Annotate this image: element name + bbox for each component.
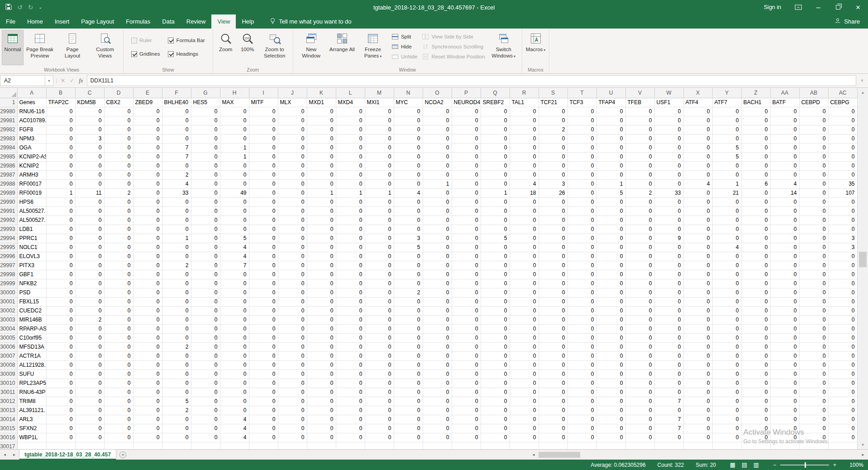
data-cell[interactable]: 0 xyxy=(741,379,770,388)
data-cell[interactable]: 0 xyxy=(712,315,741,324)
column-header-W[interactable]: W xyxy=(654,88,683,98)
data-cell[interactable]: 0 xyxy=(510,415,539,424)
header-cell[interactable]: TFAP4 xyxy=(596,98,625,107)
data-cell[interactable]: 0 xyxy=(162,424,191,433)
data-cell[interactable]: 0 xyxy=(452,424,481,433)
data-cell[interactable]: 0 xyxy=(423,197,452,206)
data-cell[interactable]: 0 xyxy=(307,252,336,261)
header-cell[interactable]: TCF3 xyxy=(568,98,596,107)
tell-me-box[interactable]: Tell me what you want to do xyxy=(270,14,351,29)
data-cell[interactable] xyxy=(191,442,220,449)
data-cell[interactable]: 0 xyxy=(828,406,857,415)
macros-button[interactable]: Macros▾ xyxy=(524,30,548,65)
data-cell[interactable]: 3 xyxy=(394,234,423,243)
data-cell[interactable]: 0 xyxy=(133,424,162,433)
data-cell[interactable]: 0 xyxy=(770,333,799,342)
data-cell[interactable]: 3 xyxy=(75,134,104,143)
data-cell[interactable]: 0 xyxy=(741,116,770,125)
data-cell[interactable]: 0 xyxy=(394,315,423,324)
data-cell[interactable]: 0 xyxy=(596,252,625,261)
data-cell[interactable]: 0 xyxy=(828,315,857,324)
data-cell[interactable]: 0 xyxy=(770,315,799,324)
gene-cell[interactable]: RPARP-AS xyxy=(17,324,46,333)
data-cell[interactable]: 0 xyxy=(596,306,625,315)
data-cell[interactable]: 0 xyxy=(799,125,828,134)
data-cell[interactable]: 0 xyxy=(625,324,654,333)
data-cell[interactable]: 0 xyxy=(481,297,510,306)
data-cell[interactable]: 0 xyxy=(191,143,220,152)
data-cell[interactable]: 0 xyxy=(249,406,278,415)
data-cell[interactable]: 0 xyxy=(104,252,133,261)
data-cell[interactable]: 0 xyxy=(220,351,249,360)
data-cell[interactable]: 0 xyxy=(423,188,452,197)
data-cell[interactable]: 4 xyxy=(220,433,249,442)
data-cell[interactable]: 0 xyxy=(799,243,828,252)
data-cell[interactable]: 0 xyxy=(596,397,625,406)
data-cell[interactable]: 0 xyxy=(683,324,712,333)
data-cell[interactable]: 4 xyxy=(220,415,249,424)
data-cell[interactable]: 0 xyxy=(336,161,365,170)
gene-cell[interactable]: TRIM8 xyxy=(17,397,46,406)
header-cell[interactable]: ATF7 xyxy=(712,98,741,107)
data-cell[interactable]: 0 xyxy=(220,297,249,306)
name-box-dropdown-icon[interactable]: ▾ xyxy=(45,75,53,86)
row-header-29994[interactable]: 29994 xyxy=(0,234,17,243)
data-cell[interactable]: 0 xyxy=(191,433,220,442)
data-cell[interactable]: 0 xyxy=(683,243,712,252)
data-cell[interactable]: 0 xyxy=(799,270,828,279)
data-cell[interactable]: 0 xyxy=(307,152,336,161)
switch-windows-button[interactable]: Switch Windows▾ xyxy=(487,30,520,65)
data-cell[interactable]: 0 xyxy=(133,415,162,424)
column-header-L[interactable]: L xyxy=(336,88,365,98)
data-cell[interactable]: 0 xyxy=(683,206,712,216)
data-cell[interactable]: 0 xyxy=(683,388,712,397)
data-cell[interactable]: 0 xyxy=(654,360,683,369)
data-cell[interactable]: 0 xyxy=(712,134,741,143)
data-cell[interactable]: 0 xyxy=(307,360,336,369)
data-cell[interactable]: 0 xyxy=(452,351,481,360)
row-header-30009[interactable]: 30009 xyxy=(0,369,17,379)
data-cell[interactable]: 0 xyxy=(220,206,249,216)
data-cell[interactable]: 0 xyxy=(365,315,394,324)
data-cell[interactable]: 0 xyxy=(568,406,596,415)
data-cell[interactable]: 0 xyxy=(596,261,625,270)
data-cell[interactable]: 0 xyxy=(539,397,568,406)
data-cell[interactable]: 0 xyxy=(278,152,307,161)
data-cell[interactable]: 0 xyxy=(596,206,625,216)
data-cell[interactable]: 0 xyxy=(162,225,191,234)
data-cell[interactable]: 0 xyxy=(654,369,683,379)
data-cell[interactable]: 0 xyxy=(452,306,481,315)
data-cell[interactable]: 0 xyxy=(510,170,539,179)
data-cell[interactable]: 0 xyxy=(249,225,278,234)
zoom-100-button[interactable]: 100 100% xyxy=(237,30,258,65)
column-header-F[interactable]: F xyxy=(162,88,191,98)
data-cell[interactable]: 0 xyxy=(741,206,770,216)
data-cell[interactable]: 0 xyxy=(510,306,539,315)
data-cell[interactable]: 0 xyxy=(596,433,625,442)
data-cell[interactable]: 0 xyxy=(394,170,423,179)
data-cell[interactable]: 0 xyxy=(75,288,104,297)
column-header-J[interactable]: J xyxy=(278,88,307,98)
data-cell[interactable]: 0 xyxy=(481,324,510,333)
data-cell[interactable]: 0 xyxy=(741,152,770,161)
data-cell[interactable] xyxy=(568,442,596,449)
data-cell[interactable]: 0 xyxy=(104,360,133,369)
data-cell[interactable]: 0 xyxy=(249,333,278,342)
data-cell[interactable]: 0 xyxy=(278,315,307,324)
data-cell[interactable] xyxy=(220,442,249,449)
data-cell[interactable]: 0 xyxy=(249,351,278,360)
header-cell[interactable]: MITF xyxy=(249,98,278,107)
data-cell[interactable]: 0 xyxy=(712,116,741,125)
column-header-Q[interactable]: Q xyxy=(481,88,510,98)
gene-cell[interactable]: ACTR1A xyxy=(17,351,46,360)
data-cell[interactable]: 0 xyxy=(452,369,481,379)
data-cell[interactable]: 0 xyxy=(481,360,510,369)
data-cell[interactable]: 0 xyxy=(336,406,365,415)
data-cell[interactable] xyxy=(104,442,133,449)
data-cell[interactable]: 0 xyxy=(799,143,828,152)
data-cell[interactable]: 0 xyxy=(683,424,712,433)
data-cell[interactable]: 0 xyxy=(568,360,596,369)
data-cell[interactable]: 0 xyxy=(191,379,220,388)
data-cell[interactable]: 0 xyxy=(75,406,104,415)
data-cell[interactable]: 0 xyxy=(162,433,191,442)
